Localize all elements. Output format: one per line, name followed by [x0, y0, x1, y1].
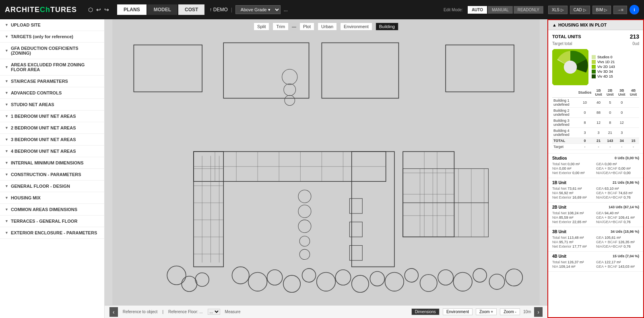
pie-legend: Studios 0 Vivs 1D 21 Viv 2D 143 Viv 3D 3…	[592, 55, 615, 79]
dash-separator: —	[292, 24, 296, 29]
sidebar-item-2br[interactable]: ▼ 2 BEDROOM UNIT NET AREAS	[0, 122, 104, 134]
legend-color-4b	[592, 74, 596, 78]
dimensions-button[interactable]: Dimensions	[411, 308, 440, 315]
sidebar-item-housing-mix[interactable]: ▼ HOUSING MIX	[0, 192, 104, 204]
chevron-icon: ▼	[5, 137, 8, 142]
legend-2b: Viv 2D 143	[592, 65, 615, 69]
sidebar-item-terraces[interactable]: ▼ TERRACES - GENERAL FLOOR	[0, 215, 104, 227]
building-button[interactable]: Building	[376, 23, 398, 31]
edit-mode-readonly[interactable]: READONLY	[514, 6, 543, 14]
grade-select[interactable]: Above Grade ▾	[235, 5, 281, 14]
unit-cell-left-label: NIA	[552, 215, 559, 220]
unit-cell-left: Total Net 0,00 m²	[552, 162, 595, 166]
sidebar-item-advanced[interactable]: ▼ ADVANCED CONTROLS	[0, 87, 104, 99]
svg-point-75	[564, 61, 577, 74]
chevron-icon: ▼	[5, 231, 8, 235]
redo-icon[interactable]: ↪	[104, 6, 109, 13]
legend-color-3b	[592, 70, 596, 74]
tab-model[interactable]: MODEL	[147, 4, 178, 15]
environment-toggle[interactable]: Environment	[443, 308, 473, 315]
export-bim-button[interactable]: BIM ▷	[592, 6, 611, 14]
sidebar-item-common-areas[interactable]: ▼ COMMON AREAS DIMENSIONS	[0, 204, 104, 215]
measure-label[interactable]: Measure	[225, 310, 241, 314]
unit-cell-right: NIA/GEA+BCAF 0,76	[596, 220, 639, 224]
environment-button[interactable]: Environment	[340, 23, 372, 31]
split-button[interactable]: Split	[254, 23, 269, 31]
header: ARCHITEChTURES ⬡ ↩ ↪ PLANS MODEL COST ↑ …	[0, 0, 644, 19]
unit-data-row: Total Net 108,24 m² GEA 94,40 m²	[552, 211, 639, 215]
sidebar-item-exterior[interactable]: ▼ EXTERIOR ENCLOSURE - PARAMETERS	[0, 227, 104, 239]
demo-label: ↑ DEMO	[209, 7, 227, 12]
chevron-icon: ▼	[5, 126, 8, 130]
unit-cell-left-value: 85,59 m²	[559, 215, 574, 220]
grid-icon[interactable]: ⬡	[88, 6, 93, 13]
unit-cell-left-value: 56,92 m²	[559, 191, 574, 195]
table-row: Building 2 undefined 0 88 0 0	[552, 108, 639, 118]
edit-mode-auto[interactable]: AUTO	[468, 6, 487, 14]
edit-mode-manual[interactable]: MANUAL	[488, 6, 513, 14]
unit-cell-right-label: GEA + BCAF	[596, 191, 618, 195]
sidebar-item-studio-net[interactable]: ▼ STUDIO NET AREAS	[0, 99, 104, 111]
sidebar-item-internal-min[interactable]: ▼ INTERNAL MINIMUM DIMENSIONS	[0, 157, 104, 169]
canvas-bottom-bar: ‹ Reference to object | Reference Floor:…	[105, 305, 547, 318]
plot-button[interactable]: Plot	[299, 23, 314, 31]
panel-header[interactable]: ▲ HOUSING MIX IN PLOT	[548, 20, 643, 30]
unit-section-studios: Studios 0 Uds (0,00 %) Total Net 0,00 m²…	[548, 154, 643, 178]
urban-button[interactable]: Urban	[318, 23, 337, 31]
floor-plan-canvas[interactable]: 10m	[105, 19, 547, 318]
sidebar-item-gfa[interactable]: ▼ GFA DEDUCTION COEFICIENTS (ZONING)	[0, 43, 104, 59]
tab-cost[interactable]: COST	[178, 4, 204, 15]
unit-cell-left-value: 95,71 m²	[559, 240, 574, 244]
unit-cell-left-value: 113,48 m²	[568, 236, 584, 240]
unit-count: 15 Uds (7,04 %)	[613, 254, 639, 259]
unit-data-row: NIA 109,14 m² GEA + BCAF 143,03 m²	[552, 265, 639, 269]
unit-cell-right: NIA/GEA+BCAF 0,76	[596, 244, 639, 248]
sidebar-item-1br[interactable]: ▼ 1 BEDROOM UNIT NET AREAS	[0, 111, 104, 122]
unit-cell-left: Net Exterior 17,77 m²	[552, 244, 595, 248]
sidebar-item-3br[interactable]: ▼ 3 BEDROOM UNIT NET AREAS	[0, 134, 104, 146]
unit-cell-right-value: 0,76	[623, 195, 631, 199]
ref-floor-label: Reference Floor: ...	[168, 310, 203, 314]
sidebar-item-areas-excluded[interactable]: ▼ AREAS EXCLUDED FROM ZONING FLOOR AREA	[0, 59, 104, 76]
user-avatar[interactable]: i	[630, 5, 639, 14]
chevron-icon: ▼	[5, 161, 8, 165]
chevron-icon: ▼	[5, 23, 8, 27]
unit-section-1b-unit: 1B Unit 21 Uds (9,86 %) Total Net 73,61 …	[548, 178, 643, 203]
unit-cell-right: NIA/GEA+BCAF 0,76	[596, 195, 639, 199]
sidebar-item-targets[interactable]: ▼ TARGETS (only for reference)	[0, 31, 104, 43]
unit-cell-left: Net Exterior 22,65 m²	[552, 220, 595, 224]
next-floor-button[interactable]: ›	[534, 307, 543, 317]
canvas-area: Split Trim — Plot Urban Environment Buil…	[105, 19, 547, 318]
zoom-out-button[interactable]: Zoom -	[500, 308, 520, 315]
trim-button[interactable]: Trim	[272, 23, 289, 31]
unit-cell-left: NIA 95,71 m²	[552, 240, 595, 244]
legend-studios: Studios 0	[592, 55, 615, 59]
right-panel: ▲ HOUSING MIX IN PLOT TOTAL UNITS 213 Ta…	[547, 19, 644, 318]
unit-cell-right: GEA + BCAF 74,63 m²	[596, 191, 639, 195]
sidebar-item-general-floor[interactable]: ▼ GENERAL FLOOR - DESIGN	[0, 181, 104, 192]
export-list-button[interactable]: →≡	[613, 6, 627, 14]
zoom-in-button[interactable]: Zoom +	[476, 308, 497, 315]
undo-icon[interactable]: ↩	[96, 6, 101, 13]
unit-data-row: NIA 0,00 m² GEA + BCAF 0,00 m²	[552, 166, 639, 170]
export-xls-button[interactable]: XLS ▷	[548, 6, 568, 14]
unit-cell-right: GEA 122,17 m²	[596, 260, 639, 264]
unit-cell-right: GEA 94,40 m²	[596, 211, 639, 215]
unit-cell-left-value: 0,00 m²	[572, 171, 585, 175]
sidebar-item-staircase[interactable]: ▼ STAIRCASE PARAMETERS	[0, 76, 104, 87]
sidebar-item-upload-site[interactable]: ▼ UPLOAD SITE	[0, 19, 104, 31]
unit-header: 1B Unit 21 Uds (9,86 %)	[552, 181, 639, 185]
tab-plans[interactable]: PLANS	[117, 4, 147, 15]
export-cad-button[interactable]: CAD ▷	[570, 6, 590, 14]
unit-type-label: 3B Unit	[552, 230, 566, 234]
sidebar-item-construction[interactable]: ▼ CONSTRUCTION - PARAMETERS	[0, 169, 104, 181]
sidebar-item-4br[interactable]: ▼ 4 BEDROOM UNIT NET AREAS	[0, 146, 104, 157]
unit-cell-right: GEA 0,00 m²	[596, 162, 639, 166]
chevron-icon: ▼	[5, 79, 8, 83]
unit-cell-right-value: 126,35 m²	[618, 240, 635, 244]
ref-floor-select[interactable]: ...	[208, 309, 220, 315]
unit-cell-right-label: GEA + BCAF	[596, 166, 618, 170]
unit-cell-left-value: 108,24 m²	[568, 211, 584, 215]
prev-floor-button[interactable]: ‹	[109, 307, 118, 317]
units-table: Studios 1B Unit 2B Unit 3B Unit 4B Unit …	[552, 88, 639, 150]
